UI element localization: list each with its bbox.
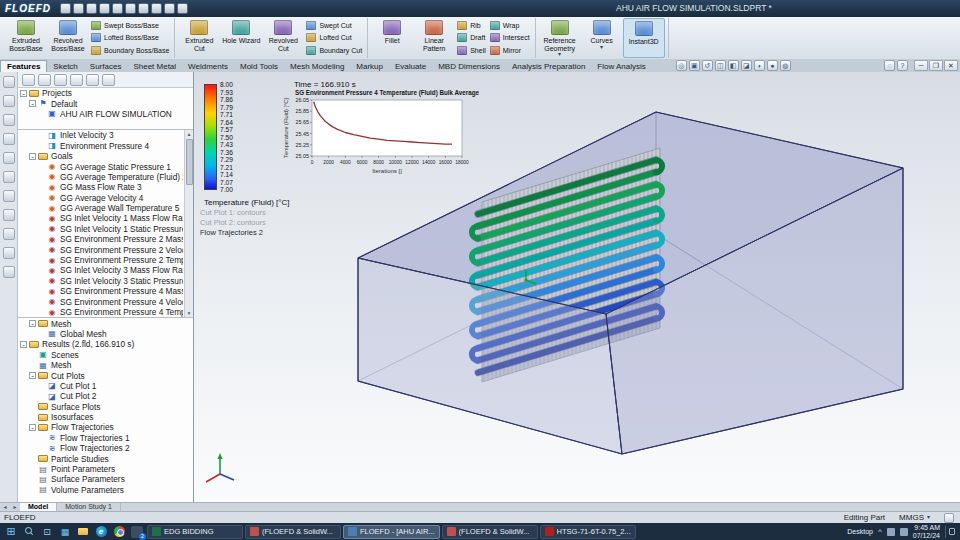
tree-item-scenes[interactable]: ▣Scenes — [18, 350, 193, 360]
tree-item-goals[interactable]: -Goals — [18, 151, 183, 161]
display-style-icon[interactable]: ◪ — [741, 60, 752, 71]
collapse-icon[interactable]: - — [29, 372, 36, 379]
tree-item-sg-environment-pressure-2-temperature-f[interactable]: ◉SG Environment Pressure 2 Temperature (… — [18, 255, 183, 265]
ribbon-tab[interactable]: Weldments — [182, 61, 234, 72]
plot-tool-icon[interactable] — [3, 171, 15, 183]
network-icon[interactable] — [887, 528, 895, 536]
dimxpert-tab-icon[interactable] — [70, 74, 83, 86]
ribbon-button-linear-pattern[interactable]: Linear Pattern — [413, 18, 455, 58]
collapse-icon[interactable]: - — [29, 153, 36, 160]
tree-item-particle-studies[interactable]: Particle Studies — [18, 453, 193, 463]
tree-item-sg-environment-pressure-2-velocity-av[interactable]: ◉SG Environment Pressure 2 Velocity Av — [18, 244, 183, 254]
units-selector[interactable]: MMGS▾ — [899, 513, 930, 522]
ribbon-button-intersect[interactable]: Intersect — [490, 32, 530, 44]
start-button-icon[interactable]: ⊞ — [4, 525, 18, 538]
taskbar-window-button[interactable]: (FLOEFD & SolidW... — [245, 525, 341, 539]
collapse-icon[interactable]: - — [29, 424, 36, 431]
tree-item-default[interactable]: -⚑Default — [18, 98, 193, 108]
tree-item-sg-environment-pressure-4-mass-flow-rat[interactable]: ◉SG Environment Pressure 4 Mass Flow Rat — [18, 286, 183, 296]
dropdown-a-icon[interactable] — [3, 247, 15, 259]
taskbar-window-button[interactable]: HTSG-71-6T-0.75_2... — [540, 525, 636, 539]
file-properties-icon[interactable] — [164, 3, 175, 14]
property-manager-tab-icon[interactable] — [38, 74, 51, 86]
redo-icon[interactable] — [125, 3, 136, 14]
legend-gradient-bar[interactable] — [204, 84, 217, 190]
open-icon[interactable] — [73, 3, 84, 14]
ribbon-tab[interactable]: Mesh Modeling — [284, 61, 350, 72]
ribbon-button-swept-cut[interactable]: Swept Cut — [306, 19, 362, 31]
new-icon[interactable] — [60, 3, 71, 14]
ribbon-tab[interactable]: Mold Tools — [234, 61, 284, 72]
ribbon-button-rib[interactable]: Rib — [457, 19, 486, 31]
box-select-icon[interactable] — [3, 95, 15, 107]
ribbon-tab[interactable]: Surfaces — [84, 61, 128, 72]
scroll-up-icon[interactable]: ▲ — [185, 130, 193, 138]
mesh-tool-icon[interactable] — [3, 152, 15, 164]
tree-item-sg-environment-pressure-4-temperature-f[interactable]: ◉SG Environment Pressure 4 Temperature (… — [18, 307, 183, 317]
tree-item-cut-plots[interactable]: -Cut Plots — [18, 370, 193, 380]
ribbon-button-fillet[interactable]: Fillet — [371, 18, 413, 58]
tree-item-gg-average-static-pressure-1[interactable]: ◉GG Average Static Pressure 1 — [18, 161, 183, 171]
tree-item-sg-environment-pressure-4-velocity-av[interactable]: ◉SG Environment Pressure 4 Velocity Av — [18, 296, 183, 306]
ribbon-button-wrap[interactable]: Wrap — [490, 19, 530, 31]
ribbon-tab[interactable]: Evaluate — [389, 61, 432, 72]
ribbon-button-draft[interactable]: Draft — [457, 32, 486, 44]
status-options-icon[interactable] — [944, 513, 954, 523]
save-icon[interactable] — [86, 3, 97, 14]
task-view-icon[interactable]: ⊡ — [40, 525, 54, 538]
tree-item-sg-inlet-velocity-1-mass-flow-rate[interactable]: ◉SG Inlet Velocity 1 Mass Flow Rate — [18, 213, 183, 223]
undo-icon[interactable] — [112, 3, 123, 14]
print-icon[interactable] — [99, 3, 110, 14]
ribbon-button-lofted-boss-base[interactable]: Lofted Boss/Base — [91, 32, 169, 44]
tree-item-point-parameters[interactable]: ▤Point Parameters — [18, 464, 193, 474]
tree-item-global-mesh[interactable]: ▦Global Mesh — [18, 329, 193, 339]
zoom-area-icon[interactable]: ▣ — [689, 60, 700, 71]
taskbar-window-button[interactable]: FLOEFD - [AHU AIR... — [343, 525, 440, 539]
tree-item-mesh[interactable]: -Mesh — [18, 318, 193, 328]
collapse-icon[interactable]: - — [20, 90, 27, 97]
tree-item-ahu-air-flow-simulation[interactable]: ▣AHU AIR FLOW SIMULATION — [18, 109, 193, 119]
tree-item-volume-parameters[interactable]: ▤Volume Parameters — [18, 485, 193, 495]
taskbar-window-button[interactable]: EDG BIDDING — [147, 525, 243, 539]
ribbon-tab[interactable]: Sheet Metal — [127, 61, 182, 72]
tree-item-sg-inlet-velocity-3-mass-flow-rate[interactable]: ◉SG Inlet Velocity 3 Mass Flow Rate — [18, 265, 183, 275]
palette-icon[interactable] — [3, 228, 15, 240]
layers-icon[interactable] — [3, 209, 15, 221]
collapse-icon[interactable]: - — [29, 100, 36, 107]
flow-simulation-tab-icon[interactable] — [102, 74, 115, 86]
view-settings-icon[interactable]: ◍ — [780, 60, 791, 71]
ribbon-button-boundary-boss-base[interactable]: Boundary Boss/Base — [91, 45, 169, 57]
graphics-viewport[interactable]: 8.007.937.867.797.717.647.577.507.437.36… — [194, 72, 960, 502]
document-tab[interactable]: Model — [20, 503, 57, 511]
document-tab[interactable]: Motion Study 1 — [57, 503, 121, 511]
scrollbar-thumb[interactable] — [186, 139, 193, 185]
tray-chevron-icon[interactable]: ^ — [878, 527, 882, 536]
tree-item-projects[interactable]: -Projects — [18, 88, 193, 98]
zoom-fit-icon[interactable]: ◎ — [676, 60, 687, 71]
tree-item-flow-trajectories-1[interactable]: ≋Flow Trajectories 1 — [18, 433, 193, 443]
ribbon-button-mirror[interactable]: Mirror — [490, 45, 530, 57]
ribbon-tab[interactable]: Sketch — [47, 61, 83, 72]
tree-item-cut-plot-2[interactable]: ◪Cut Plot 2 — [18, 391, 193, 401]
tree-item-surface-parameters[interactable]: ▤Surface Parameters — [18, 474, 193, 484]
tree-item-gg-average-velocity-4[interactable]: ◉GG Average Velocity 4 — [18, 193, 183, 203]
select-icon[interactable] — [3, 76, 15, 88]
scroll-down-icon[interactable]: ▼ — [185, 309, 193, 317]
tree-item-gg-mass-flow-rate-3[interactable]: ◉GG Mass Flow Rate 3 — [18, 182, 183, 192]
tree-item-sg-environment-pressure-2-mass-flow-rat[interactable]: ◉SG Environment Pressure 2 Mass Flow Rat — [18, 234, 183, 244]
help-icon[interactable]: ? — [897, 60, 908, 71]
display-manager-tab-icon[interactable] — [86, 74, 99, 86]
ribbon-button-shell[interactable]: Shell — [457, 45, 486, 57]
tab-scroll-left-icon[interactable]: ◂ — [0, 503, 10, 511]
ribbon-button-lofted-cut[interactable]: Lofted Cut — [306, 32, 362, 44]
tree-item-environment-pressure-4[interactable]: ◨Environment Pressure 4 — [18, 141, 183, 151]
play-icon[interactable] — [3, 190, 15, 202]
ribbon-tab[interactable]: MBD Dimensions — [432, 61, 506, 72]
collapse-icon[interactable]: - — [29, 320, 36, 327]
view-orientation-icon[interactable]: ◧ — [728, 60, 739, 71]
tree-item-cut-plot-1[interactable]: ◪Cut Plot 1 — [18, 381, 193, 391]
tree-item-gg-average-temperature-fluid-2[interactable]: ◉GG Average Temperature (Fluid) 2 — [18, 172, 183, 182]
tree-item-isosurfaces[interactable]: Isosurfaces — [18, 412, 193, 422]
ribbon-button-revolved-boss-base[interactable]: Revolved Boss/Base — [47, 18, 89, 58]
ribbon-button-hole-wizard[interactable]: Hole Wizard — [220, 18, 262, 58]
